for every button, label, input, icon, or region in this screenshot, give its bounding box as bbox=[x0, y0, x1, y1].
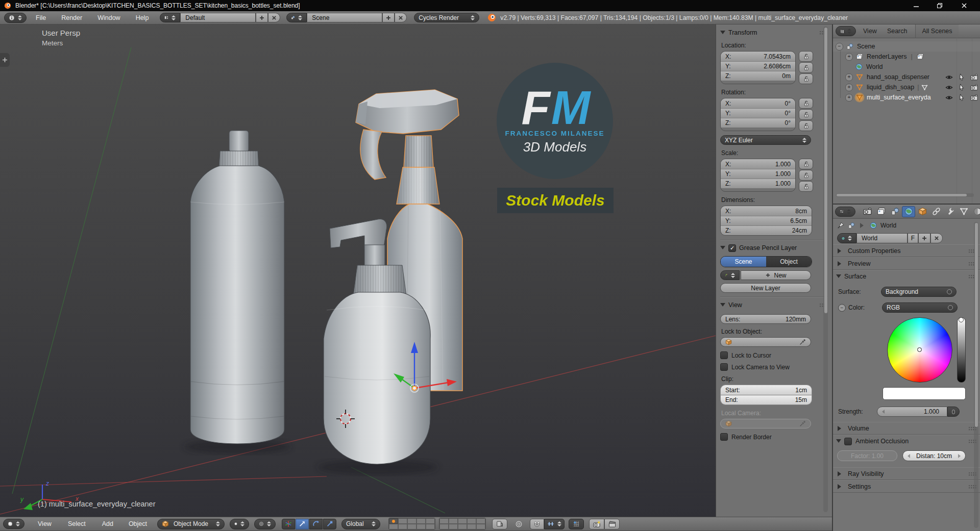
renderability-camera-icon[interactable] bbox=[970, 94, 978, 102]
editor-type-info-button[interactable] bbox=[4, 13, 27, 23]
editor-type-properties-button[interactable] bbox=[835, 207, 855, 217]
scene-browse-button[interactable] bbox=[286, 13, 307, 22]
outliner-filter-select[interactable]: All Scenes bbox=[915, 24, 958, 38]
rotation-x-field[interactable]: X:0° bbox=[721, 98, 795, 108]
panel-ray-visibility[interactable]: Ray Visibility bbox=[833, 467, 980, 480]
tab-modifiers[interactable] bbox=[943, 206, 957, 217]
ambient-occlusion-checkbox[interactable] bbox=[844, 438, 852, 445]
lock-to-object-field[interactable] bbox=[720, 337, 811, 347]
lock-to-cursor-row[interactable]: Lock to Cursor bbox=[720, 351, 828, 359]
viewport-3d[interactable]: z x y User Persp Meters (1) multi_surfac… bbox=[0, 24, 716, 517]
strength-socket-button[interactable] bbox=[947, 407, 960, 417]
selectability-cursor-icon[interactable] bbox=[958, 73, 965, 81]
rotation-z-field[interactable]: Z:0° bbox=[721, 118, 795, 128]
ao-factor-field[interactable]: Factor: 1.00 bbox=[837, 450, 897, 461]
lock-location-z-button[interactable] bbox=[799, 73, 813, 84]
lens-field[interactable]: Lens:120mm bbox=[720, 314, 811, 324]
layers-widget[interactable] bbox=[388, 518, 486, 530]
panel-surface[interactable]: Surface bbox=[833, 270, 980, 283]
eyedropper-icon[interactable] bbox=[799, 339, 806, 345]
tab-constraints[interactable] bbox=[929, 206, 943, 217]
decrement-arrow-icon[interactable] bbox=[908, 454, 910, 458]
layout-name-field[interactable]: Default bbox=[180, 13, 256, 22]
visibility-eye-icon[interactable] bbox=[945, 73, 953, 81]
outliner-row-renderlayers[interactable]: + RenderLayers | bbox=[833, 52, 980, 62]
scene-delete-button[interactable] bbox=[395, 13, 407, 22]
layer-cell[interactable] bbox=[398, 524, 407, 529]
grease-pencil-source-button[interactable] bbox=[720, 270, 740, 280]
viewport-menu-add[interactable]: Add bbox=[100, 520, 115, 527]
panel-ambient-occlusion[interactable]: Ambient Occlusion bbox=[833, 435, 980, 447]
grease-new-layer-button[interactable]: New Layer bbox=[720, 283, 811, 293]
proportional-edit-button[interactable] bbox=[511, 519, 526, 529]
manipulator-scale-button[interactable] bbox=[323, 519, 336, 529]
node-socket-icon[interactable]: − bbox=[838, 304, 846, 312]
panel-volume[interactable]: Volume bbox=[833, 422, 980, 435]
minimize-button[interactable] bbox=[904, 0, 928, 11]
panel-settings[interactable]: Settings bbox=[833, 480, 980, 493]
view-panel-header[interactable]: View bbox=[720, 301, 828, 309]
scale-y-field[interactable]: Y:1.000 bbox=[721, 169, 795, 179]
layout-browse-button[interactable] bbox=[160, 13, 180, 22]
manipulator-translate-button[interactable] bbox=[296, 519, 309, 529]
tab-material[interactable] bbox=[971, 206, 980, 217]
lock-rotation-z-button[interactable] bbox=[799, 120, 813, 131]
layout-delete-button[interactable] bbox=[268, 13, 280, 22]
dimensions-x-field[interactable]: X:8cm bbox=[721, 206, 812, 216]
rotation-y-field[interactable]: Y:0° bbox=[721, 108, 795, 118]
strength-field[interactable]: 1.000 bbox=[877, 407, 947, 417]
n-panel-scrollbar[interactable] bbox=[823, 27, 828, 512]
layer-cell[interactable] bbox=[439, 518, 449, 524]
layer-cell[interactable] bbox=[449, 518, 458, 524]
properties-scrollbar[interactable] bbox=[974, 222, 978, 528]
decrement-arrow-icon[interactable] bbox=[882, 410, 885, 414]
viewport-shading-select[interactable] bbox=[230, 519, 249, 529]
lock-rotation-x-button[interactable] bbox=[799, 98, 813, 109]
lock-scale-y-button[interactable] bbox=[799, 170, 813, 181]
grease-tab-scene[interactable]: Scene bbox=[721, 257, 766, 267]
opengl-render-anim-button[interactable] bbox=[604, 519, 620, 529]
menu-window[interactable]: Window bbox=[95, 14, 122, 21]
world-name-field[interactable]: World bbox=[856, 233, 908, 243]
lock-camera-row[interactable]: Lock Camera to View bbox=[720, 363, 828, 371]
rotation-mode-select[interactable]: XYZ Euler bbox=[720, 135, 811, 145]
layer-cell[interactable] bbox=[449, 524, 458, 529]
viewport-menu-view[interactable]: View bbox=[36, 520, 54, 527]
panel-preview[interactable]: Preview bbox=[833, 257, 980, 270]
layer-cell[interactable] bbox=[439, 524, 449, 529]
tab-render-layers[interactable] bbox=[874, 206, 888, 217]
outliner-row-scene[interactable]: − Scene bbox=[833, 41, 980, 52]
toolshelf-expand-tab[interactable] bbox=[0, 53, 10, 67]
opengl-render-image-button[interactable] bbox=[589, 519, 604, 529]
layer-cell[interactable] bbox=[458, 518, 467, 524]
layer-cell[interactable] bbox=[476, 524, 485, 529]
world-unlink-button[interactable] bbox=[930, 233, 943, 243]
dimensions-y-field[interactable]: Y:6.5cm bbox=[721, 216, 812, 225]
dimensions-z-field[interactable]: Z:24cm bbox=[721, 225, 812, 235]
clip-start-field[interactable]: Start:1cm bbox=[721, 385, 812, 395]
outliner-row-hand-soap-dispenser[interactable]: + hand_soap_dispenser bbox=[833, 72, 980, 82]
close-button[interactable] bbox=[952, 0, 976, 11]
scale-x-field[interactable]: X:1.000 bbox=[721, 159, 795, 169]
snap-toggle-button[interactable] bbox=[530, 519, 544, 529]
scene-name-field[interactable]: Scene bbox=[307, 13, 382, 22]
layer-cell[interactable] bbox=[407, 518, 416, 524]
tab-render[interactable] bbox=[861, 206, 874, 217]
restore-button[interactable] bbox=[928, 0, 951, 11]
grease-tab-object[interactable]: Object bbox=[766, 257, 812, 267]
grease-new-button[interactable]: New bbox=[741, 270, 811, 280]
layer-1-active[interactable] bbox=[389, 518, 398, 524]
scene-add-button[interactable] bbox=[382, 13, 395, 22]
outliner-menu-view[interactable]: View bbox=[863, 28, 877, 35]
outliner-row-liquid-dish-soap[interactable]: + liquid_dish_soap | bbox=[833, 82, 980, 92]
snap-target-button[interactable] bbox=[569, 519, 584, 529]
outliner-hscrollbar[interactable] bbox=[836, 193, 974, 197]
renderability-camera-icon[interactable] bbox=[970, 84, 978, 91]
layer-cell[interactable] bbox=[426, 524, 435, 529]
pivot-point-select[interactable] bbox=[254, 519, 276, 529]
viewport-scene[interactable]: z x y bbox=[0, 24, 716, 517]
clip-end-field[interactable]: End:15m bbox=[721, 395, 812, 404]
local-camera-field[interactable] bbox=[720, 419, 811, 428]
increment-arrow-icon[interactable] bbox=[958, 454, 961, 458]
lock-location-x-button[interactable] bbox=[799, 51, 813, 62]
